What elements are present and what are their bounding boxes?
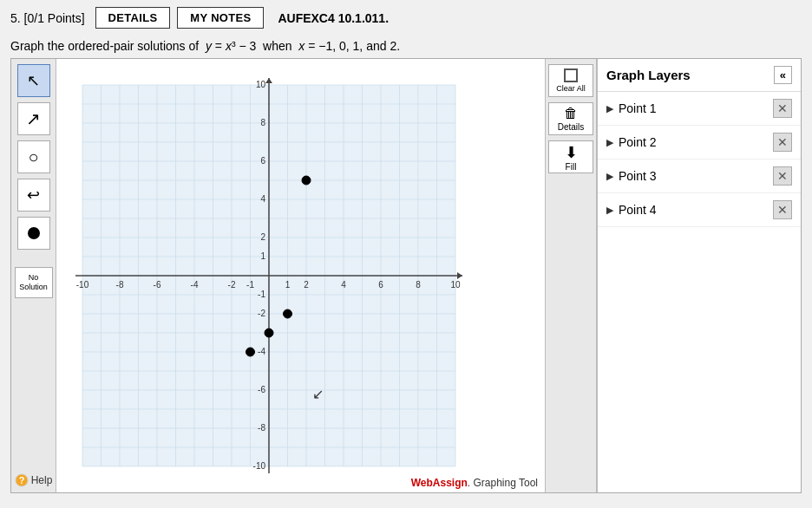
layer-label-2: Point 2 <box>619 135 657 149</box>
arrow-tool[interactable]: ↗ <box>17 102 50 135</box>
layer-close-4[interactable]: ✕ <box>773 200 792 219</box>
graphing-tool-label: . Graphing Tool <box>468 477 538 489</box>
layer-arrow-3: ▶ <box>606 171 613 182</box>
fill-label: Fill <box>566 162 577 172</box>
layers-panel: Graph Layers « ▶ Point 1 ✕ ▶ Point 2 ✕ ▶… <box>597 59 801 492</box>
webassign-label: WebAssign. Graphing Tool <box>411 477 538 489</box>
no-solution-button[interactable]: NoSolution <box>15 267 53 298</box>
svg-point-0 <box>28 227 40 239</box>
layer-item-point2[interactable]: ▶ Point 2 ✕ <box>598 126 801 160</box>
details-label: Details <box>558 122 585 132</box>
help-label: Help <box>31 474 53 486</box>
problem-code: AUFEXC4 10.1.011. <box>278 11 389 25</box>
trash-icon: 🗑 <box>564 106 578 121</box>
layer-item-point3[interactable]: ▶ Point 3 ✕ <box>598 160 801 193</box>
layer-close-2[interactable]: ✕ <box>773 133 792 152</box>
layer-close-1[interactable]: ✕ <box>773 99 792 118</box>
layer-item-point4[interactable]: ▶ Point 4 ✕ <box>598 193 801 227</box>
layer-label-1: Point 1 <box>619 101 657 115</box>
problem-text: Graph the ordered-pair solutions of y = … <box>10 39 400 53</box>
circle-tool[interactable]: ○ <box>17 140 50 173</box>
layer-close-3[interactable]: ✕ <box>773 166 792 186</box>
svg-text:?: ? <box>18 475 24 485</box>
fill-icon: ⬇ <box>565 143 578 162</box>
layer-label-3: Point 3 <box>619 169 657 183</box>
notes-button[interactable]: MY NOTES <box>177 7 264 29</box>
top-bar: 5. [0/1 Points] DETAILS MY NOTES AUFEXC4… <box>0 0 812 36</box>
details-button[interactable]: DETAILS <box>95 7 171 29</box>
curve-tool[interactable]: ↩ <box>17 179 50 212</box>
layers-title: Graph Layers <box>606 68 691 82</box>
collapse-button[interactable]: « <box>774 66 792 84</box>
layer-item-point1[interactable]: ▶ Point 1 ✕ <box>598 92 801 126</box>
main-area: ↖ ↗ ○ ↩ NoSolution ? Help WebAssign. Gra… <box>10 58 802 493</box>
webassign-brand: WebAssign <box>411 477 468 489</box>
help-button[interactable]: ? Help <box>15 473 53 487</box>
select-tool[interactable]: ↖ <box>17 64 50 97</box>
layers-header: Graph Layers « <box>598 59 801 92</box>
clear-all-icon <box>564 68 578 82</box>
clear-all-button[interactable]: Clear All <box>548 64 593 97</box>
graph-container[interactable]: WebAssign. Graphing Tool <box>56 59 545 492</box>
points-label: 5. [0/1 Points] <box>10 11 85 25</box>
layer-arrow-1: ▶ <box>606 103 613 114</box>
layer-label-4: Point 4 <box>619 203 657 217</box>
layer-arrow-4: ▶ <box>606 205 613 216</box>
layer-arrow-2: ▶ <box>606 137 613 148</box>
clear-all-label: Clear All <box>556 84 586 94</box>
toolbar: ↖ ↗ ○ ↩ NoSolution ? Help <box>11 59 56 492</box>
problem-statement: Graph the ordered-pair solutions of y = … <box>0 36 812 58</box>
details-layer-button[interactable]: 🗑 Details <box>548 102 593 135</box>
right-tools: Clear All 🗑 Details ⬇ Fill <box>545 59 597 492</box>
fill-button[interactable]: ⬇ Fill <box>548 140 593 173</box>
dot-tool[interactable] <box>17 217 50 250</box>
